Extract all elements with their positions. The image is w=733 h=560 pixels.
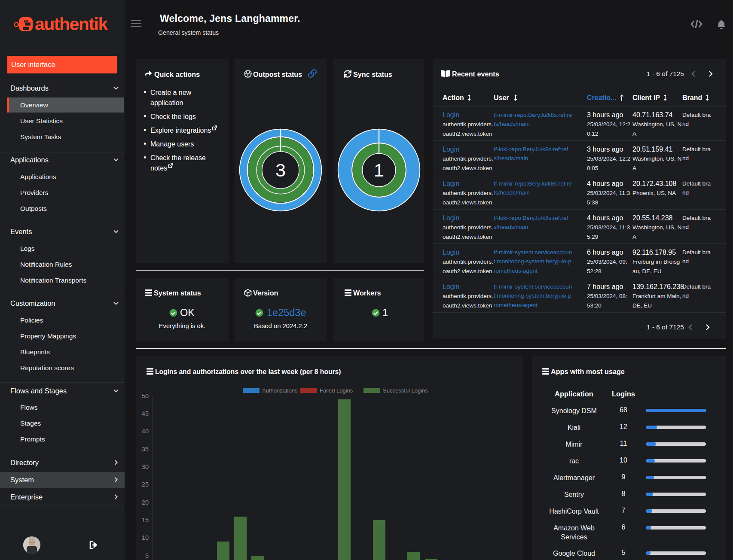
svg-text:3: 3: [275, 160, 286, 180]
svg-text:1: 1: [374, 160, 384, 180]
svg-text:authentik: authentik: [35, 14, 108, 34]
